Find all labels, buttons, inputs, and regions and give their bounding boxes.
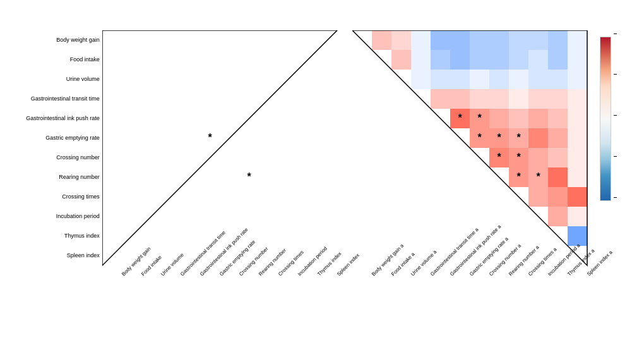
col-label-wrapper-10: Thymus index xyxy=(298,272,318,316)
col-label-wrapper-3: Gastrointestinal transit time a xyxy=(411,272,431,316)
col-label-wrapper-4: Gastrointestinal ink push rate xyxy=(181,272,200,316)
col-label-wrapper-7: Rearing number a xyxy=(489,272,509,316)
colorbar-tick-neg05 xyxy=(614,156,618,157)
col-label-wrapper-1: Food intake a xyxy=(372,272,391,316)
matrix2-section: Body weight gain aFood intake aUrine vol… xyxy=(352,30,592,273)
col-label-wrapper-9: Incubation period a xyxy=(528,272,548,316)
row-label-0: Body weight gain xyxy=(26,30,102,50)
col-label-wrapper-11: Spleen index xyxy=(318,272,337,316)
row-label-11: Spleen index xyxy=(26,246,102,265)
col-label-wrapper-1: Food intake xyxy=(122,272,141,316)
colorbar-tick-0 xyxy=(614,115,618,116)
col-label-wrapper-8: Crossing times a xyxy=(509,272,528,316)
col-label-wrapper-0: Body weight gain xyxy=(102,272,122,316)
colorbar-line xyxy=(614,197,617,198)
matrices-wrapper: Body weight gainFood intakeUrine volumeG… xyxy=(102,30,592,273)
col-label-wrapper-3: Gastrointestinal transit time xyxy=(161,272,181,316)
col-label-wrapper-11: Spleen index a xyxy=(568,272,587,316)
colorbar-line xyxy=(614,33,617,34)
col-label-wrapper-2: Urine volume a xyxy=(391,272,411,316)
colorbar-line xyxy=(614,156,617,157)
col-label-wrapper-8: Crossing times xyxy=(259,272,278,316)
row-label-10: Thymus index xyxy=(26,226,102,246)
row-label-3: Gastrointestinal transit time xyxy=(26,89,102,109)
colorbar-tick-05 xyxy=(614,74,618,75)
colorbar-wrapper xyxy=(592,33,618,201)
colorbar xyxy=(600,37,611,201)
colorbar-line xyxy=(614,74,617,75)
col-label-wrapper-6: Crossing number a xyxy=(470,272,489,316)
colorbar-tick-top xyxy=(614,33,618,34)
col-label-wrapper-10: Thymus index a xyxy=(548,272,568,316)
matrix1-section: Body weight gainFood intakeUrine volumeG… xyxy=(102,30,342,273)
colorbar-line xyxy=(614,115,617,116)
colorbar-tick-neg1 xyxy=(614,197,618,198)
col-label-wrapper-5: Gastric emptying rate a xyxy=(450,272,470,316)
row-label-1: Food intake xyxy=(26,50,102,70)
col-label-wrapper-6: Crossing number xyxy=(220,272,239,316)
colorbar-gradient xyxy=(600,37,611,201)
row-label-2: Urine volume xyxy=(26,70,102,89)
row-label-7: Rearing number xyxy=(26,167,102,187)
row-label-8: Crossing times xyxy=(26,187,102,207)
row-label-5: Gastric emptying rate xyxy=(26,128,102,148)
col-label-wrapper-9: Incubation period xyxy=(278,272,298,316)
col-label-wrapper-7: Rearing number xyxy=(239,272,259,316)
col-label-wrapper-2: Urine volume xyxy=(141,272,161,316)
chart-container: Body weight gainFood intakeUrine volumeG… xyxy=(23,24,621,324)
col-label-wrapper-0: Body weight gain a xyxy=(352,272,372,316)
row-labels: Body weight gainFood intakeUrine volumeG… xyxy=(26,30,102,265)
row-label-6: Crossing number xyxy=(26,148,102,167)
col-label-wrapper-4: Gastrointestinal ink push rate a xyxy=(431,272,450,316)
col-label-wrapper-5: Gastric emptying rate xyxy=(200,272,220,316)
row-label-9: Incubation period xyxy=(26,207,102,226)
row-label-4: Gastrointestinal ink push rate xyxy=(26,109,102,128)
colorbar-labels xyxy=(614,33,618,198)
